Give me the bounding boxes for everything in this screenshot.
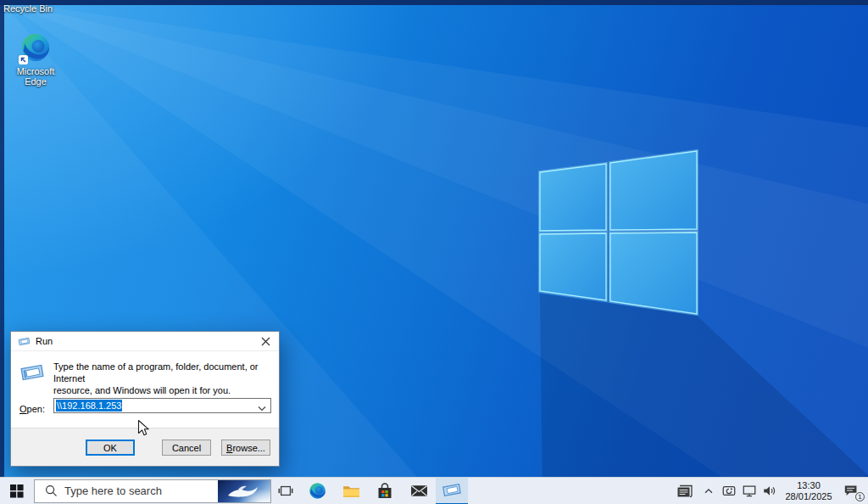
edge-shortcut-label: Microsoft Edge <box>8 66 63 87</box>
search-daily-image[interactable] <box>218 480 270 502</box>
run-dialog: Run Type the name of a program, folder, … <box>10 331 280 467</box>
taskbar-run-button-active[interactable] <box>436 478 468 504</box>
taskbar-mail-button[interactable] <box>402 478 436 504</box>
run-dialog-icon <box>18 337 31 346</box>
bird-image-icon <box>218 480 270 502</box>
tray-overflow-button[interactable] <box>698 478 719 504</box>
run-description: Type the name of a program, folder, docu… <box>53 361 275 396</box>
cancel-button[interactable]: Cancel <box>162 440 211 456</box>
desktop-icon-microsoft-edge[interactable]: Microsoft Edge <box>8 32 63 87</box>
run-icon <box>19 363 45 382</box>
microsoft-store-icon <box>376 483 393 500</box>
edge-taskbar-icon <box>309 482 326 500</box>
file-explorer-icon <box>342 484 360 498</box>
tray-display-sync-button[interactable] <box>719 478 739 504</box>
notification-count-badge: 1 <box>855 492 865 501</box>
windows-start-icon <box>10 484 24 498</box>
desktop-icon-recycle-bin[interactable]: Recycle Bin <box>3 0 53 15</box>
news-icon <box>676 484 693 498</box>
task-view-icon <box>278 484 293 497</box>
mail-icon <box>410 484 428 498</box>
taskbar-file-explorer-button[interactable] <box>334 478 368 504</box>
close-icon <box>261 337 270 346</box>
browse-button[interactable]: Browse... <box>221 440 270 456</box>
taskbar-store-button[interactable] <box>368 478 402 504</box>
run-dialog-title: Run <box>36 336 53 346</box>
task-view-button[interactable] <box>271 478 300 504</box>
windows-desktop: Recycle Bin Mi <box>0 0 868 504</box>
run-dialog-body: Type the name of a program, folder, docu… <box>11 351 279 429</box>
display-sync-icon <box>721 484 737 497</box>
chevron-up-icon <box>703 485 715 497</box>
recycle-bin-label: Recycle Bin <box>3 3 53 14</box>
notification-center-button[interactable]: 1 <box>837 478 866 504</box>
open-label: Open: <box>19 404 45 414</box>
run-taskbar-icon <box>442 483 462 497</box>
open-combobox-value: \\192.168.1.253 <box>56 400 122 412</box>
run-dialog-titlebar[interactable]: Run <box>11 332 279 351</box>
screen-top-border <box>0 0 868 5</box>
speaker-icon <box>762 484 777 497</box>
tray-network-button[interactable] <box>739 478 760 504</box>
clock-time: 13:30 <box>783 480 834 491</box>
news-and-interests-button[interactable] <box>671 478 698 504</box>
taskbar: Type here to search <box>0 477 868 504</box>
chevron-down-icon[interactable] <box>258 403 266 413</box>
clock-date: 28/01/2025 <box>783 491 834 502</box>
search-placeholder: Type here to search <box>64 484 162 497</box>
taskbar-edge-button[interactable] <box>300 478 334 504</box>
search-input[interactable]: Type here to search <box>34 479 271 503</box>
screen-left-border <box>0 0 4 477</box>
tray-volume-button[interactable] <box>760 478 780 504</box>
mouse-cursor <box>137 419 149 437</box>
start-button[interactable] <box>0 478 34 504</box>
system-tray: 13:30 28/01/2025 1 <box>671 478 868 504</box>
ethernet-network-icon <box>742 484 757 497</box>
open-combobox[interactable]: \\192.168.1.253 <box>53 398 271 413</box>
ok-button[interactable]: OK <box>86 440 135 456</box>
close-button[interactable] <box>252 332 279 350</box>
taskbar-clock[interactable]: 13:30 28/01/2025 <box>783 480 834 502</box>
shortcut-arrow-icon <box>19 55 28 64</box>
search-icon <box>45 484 58 497</box>
